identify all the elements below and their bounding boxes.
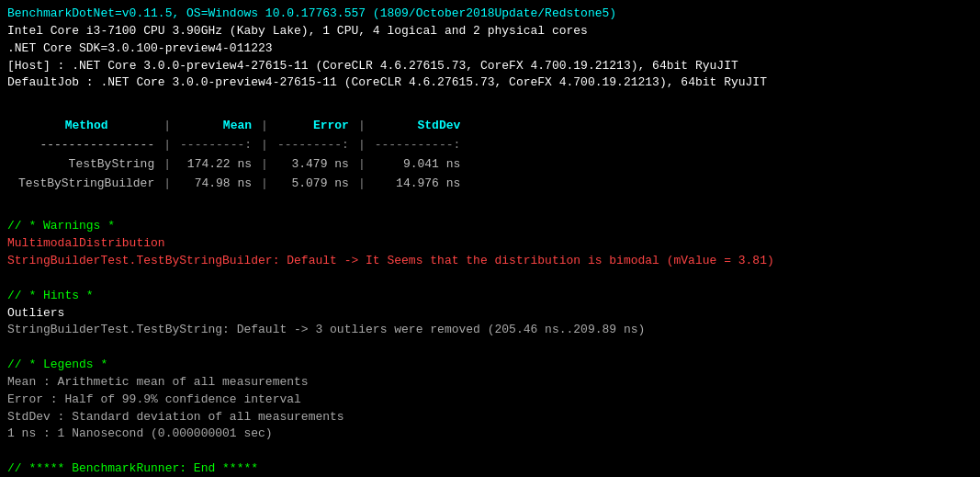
sep-pipe-1: |: [162, 136, 173, 155]
row2-stddev: 14.976 ns: [367, 175, 468, 194]
warnings-header-line: // * Warnings *: [7, 218, 973, 235]
table-row: TestByString | 174.22 ns | 3.479 ns | 9.…: [11, 155, 467, 175]
row1-sep-3: |: [356, 155, 367, 175]
sep-pipe-2: |: [259, 136, 270, 155]
multimodal-detail-text: StringBuilderTest.TestByStringBuilder: D…: [7, 254, 774, 267]
end1-line: // ***** BenchmarkRunner: End *****: [7, 460, 973, 477]
col-method-header: Method: [11, 117, 162, 136]
legend2-line: Error : Half of 99.9% confidence interva…: [7, 392, 973, 409]
legend4-text: 1 ns : 1 Nanosecond (0.000000001 sec): [7, 426, 273, 440]
row2-method: TestByStringBuilder: [11, 175, 162, 194]
sep-mean: ---------:: [173, 136, 259, 155]
multimodal-text: MultimodalDistribution: [7, 236, 165, 250]
header-line-2: Intel Core i3-7100 CPU 3.90GHz (Kaby Lak…: [7, 23, 973, 40]
header-line-1: BenchmarkDotNet=v0.11.5, OS=Windows 10.0…: [7, 6, 973, 23]
sep-pipe-3: |: [356, 136, 367, 155]
sep-method: ----------------: [11, 136, 162, 155]
header-text-3: .NET Core SDK=3.0.100-preview4-011223: [7, 41, 273, 55]
row1-mean: 174.22 ns: [173, 155, 259, 175]
table-header-row: Method | Mean | Error | StdDev: [11, 117, 467, 136]
header-value-4: .NET Core 3.0.0-preview4-27615-11 (CoreC…: [72, 59, 738, 73]
outliers-detail-line: StringBuilderTest.TestByString: Default …: [7, 322, 973, 339]
col-stddev-header: StdDev: [367, 117, 468, 136]
legend3-line: StdDev : Standard deviation of all measu…: [7, 409, 973, 426]
row1-error: 3.479 ns: [270, 155, 356, 175]
legend4-line: 1 ns : 1 Nanosecond (0.000000001 sec): [7, 426, 973, 443]
row2-sep-1: |: [162, 175, 173, 194]
table-row: TestByStringBuilder | 74.98 ns | 5.079 n…: [11, 175, 467, 194]
benchmark-table-container: Method | Mean | Error | StdDev ---------…: [7, 117, 973, 193]
col-error-header: Error: [270, 117, 356, 136]
end1-text: // ***** BenchmarkRunner: End *****: [7, 461, 258, 475]
hints-header-line: // * Hints *: [7, 288, 973, 305]
warnings-header-text: // * Warnings *: [7, 219, 115, 233]
sep-stddev: -----------:: [367, 136, 468, 155]
legends-header-line: // * Legends *: [7, 357, 973, 374]
header-text-2: Intel Core i3-7100 CPU 3.90GHz (Kaby Lak…: [7, 24, 588, 38]
row1-sep-2: |: [259, 155, 270, 175]
row1-method: TestByString: [11, 155, 162, 175]
header-line-4: [Host] : .NET Core 3.0.0-preview4-27615-…: [7, 58, 973, 75]
row1-sep-1: |: [162, 155, 173, 175]
outliers-detail-text: StringBuilderTest.TestByString: Default …: [7, 323, 645, 336]
col-sep-3: |: [356, 117, 367, 136]
outliers-text: Outliers: [7, 306, 64, 320]
header-line-5: DefaultJob : .NET Core 3.0.0-preview4-27…: [7, 74, 973, 92]
header-line-3: .NET Core SDK=3.0.100-preview4-011223: [7, 40, 973, 58]
row2-error: 5.079 ns: [270, 175, 356, 194]
legend1-line: Mean : Arithmetic mean of all measuremen…: [7, 374, 973, 392]
multimodal-line: MultimodalDistribution: [7, 235, 973, 253]
terminal-window: BenchmarkDotNet=v0.11.5, OS=Windows 10.0…: [0, 0, 980, 477]
legend2-text: Error : Half of 99.9% confidence interva…: [7, 392, 301, 406]
header-text-1: BenchmarkDotNet=v0.11.5, OS=Windows 10.0…: [7, 6, 616, 20]
header-label-4: [Host] :: [7, 59, 72, 73]
header-value-5: .NET Core 3.0.0-preview4-27615-11 (CoreC…: [100, 75, 767, 89]
row1-stddev: 9.041 ns: [367, 155, 468, 175]
col-sep-1: |: [162, 117, 173, 136]
header-label-5: DefaultJob :: [7, 75, 100, 89]
row2-sep-3: |: [356, 175, 367, 194]
benchmark-table: Method | Mean | Error | StdDev ---------…: [11, 117, 467, 193]
legend1-text: Mean : Arithmetic mean of all measuremen…: [7, 375, 309, 389]
row2-sep-2: |: [259, 175, 270, 194]
col-mean-header: Mean: [173, 117, 259, 136]
legend3-text: StdDev : Standard deviation of all measu…: [7, 410, 344, 424]
col-sep-2: |: [259, 117, 270, 136]
table-separator-row: ---------------- | ---------: | --------…: [11, 136, 467, 155]
legends-header-text: // * Legends *: [7, 358, 107, 371]
multimodal-detail-line: StringBuilderTest.TestByStringBuilder: D…: [7, 253, 973, 270]
row2-mean: 74.98 ns: [173, 175, 259, 194]
sep-error: ---------:: [270, 136, 356, 155]
hints-header-text: // * Hints *: [7, 289, 94, 302]
outliers-line: Outliers: [7, 305, 973, 323]
